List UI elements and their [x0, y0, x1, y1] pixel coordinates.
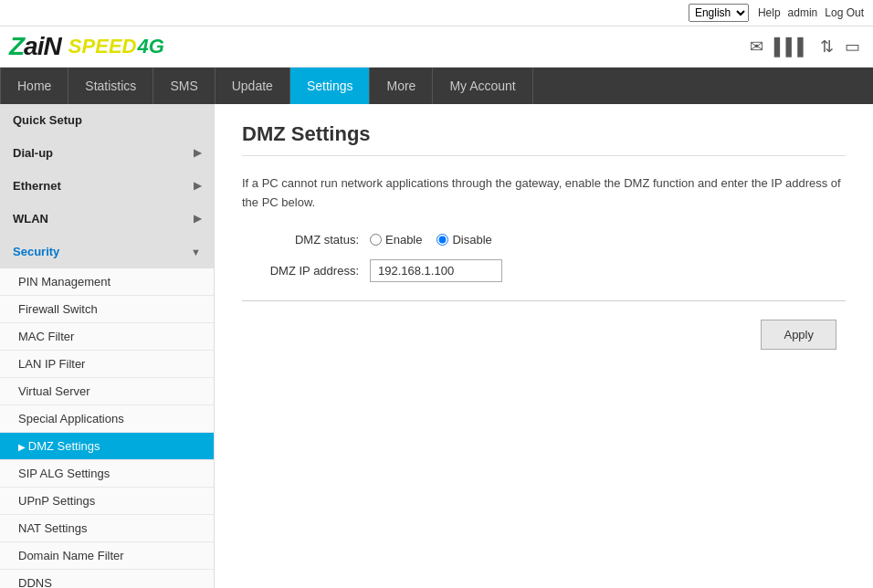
- enable-text: Enable: [385, 233, 422, 247]
- sidebar-label-security: Security: [13, 245, 59, 258]
- nav-more[interactable]: More: [370, 68, 433, 104]
- dmz-ip-controls: [370, 259, 502, 282]
- main-layout: Quick Setup Dial-up ▶ Ethernet ▶ WLAN ▶ …: [0, 104, 873, 588]
- dmz-status-label: DMZ status:: [242, 233, 370, 247]
- sidebar-item-security[interactable]: Security ▼: [0, 236, 214, 268]
- logo-speed: SPEED: [63, 35, 137, 58]
- sidebar-sub-lan-ip-filter[interactable]: LAN IP Filter: [0, 351, 214, 378]
- header-icons: ✉ ▌▌▌ ⇅ ▭: [750, 37, 860, 57]
- language-select[interactable]: English Arabic: [689, 4, 749, 22]
- help-link[interactable]: Help: [758, 6, 781, 19]
- mail-icon[interactable]: ✉: [750, 37, 763, 57]
- dmz-enable-radio[interactable]: [370, 234, 382, 246]
- dmz-disable-label[interactable]: Disable: [436, 233, 491, 247]
- sidebar-item-ethernet[interactable]: Ethernet ▶: [0, 170, 214, 203]
- content-area: DMZ Settings If a PC cannot run network …: [215, 104, 873, 588]
- dmz-status-row: DMZ status: Enable Disable: [242, 233, 846, 247]
- sidebar: Quick Setup Dial-up ▶ Ethernet ▶ WLAN ▶ …: [0, 104, 215, 588]
- content-description: If a PC cannot run network applications …: [242, 174, 846, 213]
- sidebar-sub-special-applications[interactable]: Special Applications: [0, 405, 214, 433]
- sidebar-item-dialup[interactable]: Dial-up ▶: [0, 137, 214, 170]
- sidebar-sub-upnp-settings[interactable]: UPnP Settings: [0, 488, 214, 515]
- top-bar: English Arabic Help admin Log Out: [0, 0, 873, 26]
- dmz-disable-radio[interactable]: [436, 234, 448, 246]
- wlan-arrow-icon: ▶: [194, 213, 201, 225]
- dmz-enable-label[interactable]: Enable: [370, 233, 422, 247]
- nav-statistics[interactable]: Statistics: [68, 68, 153, 104]
- dmz-status-controls: Enable Disable: [370, 233, 492, 247]
- nav-settings[interactable]: Settings: [290, 68, 371, 104]
- header: ZaiN SPEED 4G ✉ ▌▌▌ ⇅ ▭: [0, 26, 873, 68]
- security-arrow-icon: ▼: [191, 247, 201, 257]
- sidebar-item-wlan[interactable]: WLAN ▶: [0, 203, 214, 236]
- sidebar-item-quick-setup[interactable]: Quick Setup: [0, 104, 214, 137]
- dialup-arrow-icon: ▶: [194, 147, 201, 159]
- dmz-ip-row: DMZ IP address:: [242, 259, 846, 282]
- disable-text: Disable: [452, 233, 491, 247]
- sidebar-label-wlan: WLAN: [13, 212, 48, 226]
- ethernet-arrow-icon: ▶: [194, 180, 201, 192]
- apply-row: Apply: [242, 320, 846, 350]
- sidebar-sub-domain-name-filter[interactable]: Domain Name Filter: [0, 542, 214, 570]
- sidebar-label-ethernet: Ethernet: [13, 179, 61, 193]
- sidebar-sub-ddns[interactable]: DDNS: [0, 570, 214, 588]
- top-bar-links: Help admin Log Out: [758, 6, 864, 19]
- sidebar-label-quick-setup: Quick Setup: [13, 113, 82, 127]
- page-title: DMZ Settings: [242, 122, 846, 156]
- sidebar-sub-dmz-settings[interactable]: DMZ Settings: [0, 433, 214, 460]
- signal-icon: ▌▌▌: [774, 37, 809, 57]
- admin-label: admin: [788, 6, 818, 19]
- logo-zain: ZaiN: [9, 32, 61, 61]
- nav-home[interactable]: Home: [0, 68, 68, 104]
- sidebar-sub-virtual-server[interactable]: Virtual Server: [0, 378, 214, 405]
- sidebar-sub-firewall-switch[interactable]: Firewall Switch: [0, 296, 214, 323]
- dmz-ip-input[interactable]: [370, 259, 502, 282]
- sidebar-label-dialup: Dial-up: [13, 146, 53, 160]
- sidebar-sub-sip-alg-settings[interactable]: SIP ALG Settings: [0, 460, 214, 488]
- logo: ZaiN SPEED 4G: [9, 32, 164, 61]
- nav-my-account[interactable]: My Account: [433, 68, 532, 104]
- divider: [242, 300, 846, 301]
- dmz-ip-label: DMZ IP address:: [242, 264, 370, 278]
- logout-link[interactable]: Log Out: [825, 6, 864, 19]
- apply-button[interactable]: Apply: [761, 320, 836, 350]
- transfer-icon: ⇅: [820, 37, 834, 57]
- sidebar-sub-nat-settings[interactable]: NAT Settings: [0, 515, 214, 542]
- monitor-icon: ▭: [845, 37, 860, 57]
- nav-update[interactable]: Update: [216, 68, 290, 104]
- nav-sms[interactable]: SMS: [153, 68, 215, 104]
- sidebar-sub-mac-filter[interactable]: MAC Filter: [0, 323, 214, 351]
- logo-4g: 4G: [137, 35, 163, 58]
- sidebar-sub-pin-management[interactable]: PIN Management: [0, 268, 214, 296]
- nav-bar: Home Statistics SMS Update Settings More…: [0, 68, 873, 104]
